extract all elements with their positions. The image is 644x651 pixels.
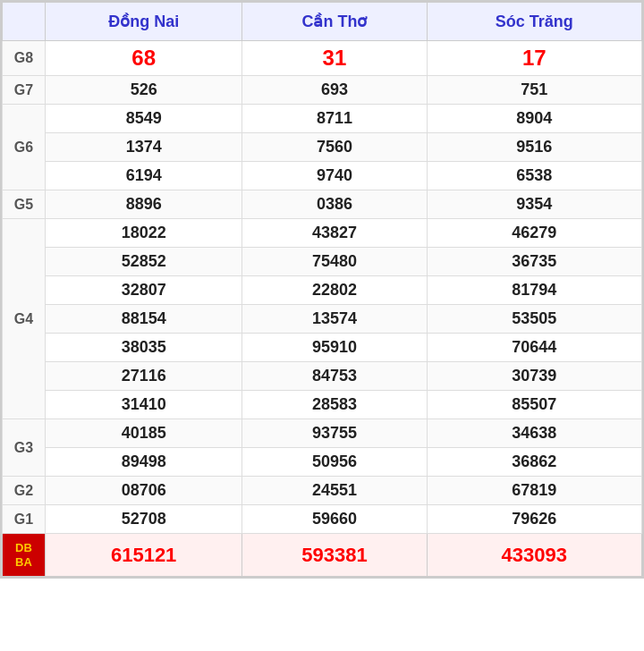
table-cell: 70644 [427, 334, 641, 362]
table-cell: 526 [46, 76, 242, 105]
table-cell: 36735 [427, 248, 641, 276]
header-col2: Cần Thơ [242, 3, 427, 41]
table-cell: 40185 [46, 419, 242, 448]
table-cell: 0386 [242, 190, 427, 219]
table-cell: 27116 [46, 362, 242, 391]
table-cell: 89498 [46, 448, 242, 477]
header-col1: Đồng Nai [46, 3, 242, 41]
table-cell: 67819 [427, 477, 641, 505]
header-col3: Sóc Trăng [427, 3, 641, 41]
row-label-g2: G2 [3, 477, 46, 505]
row-label-g1: G1 [3, 505, 46, 534]
table-cell: 31 [242, 41, 427, 76]
row-label-g8: G8 [3, 41, 46, 76]
table-cell: 31410 [46, 391, 242, 419]
row-label-g6: G6 [3, 105, 46, 190]
table-cell: 79626 [427, 505, 641, 534]
footer-val3: 433093 [427, 534, 641, 577]
table-cell: 93755 [242, 419, 427, 448]
table-cell: 6538 [427, 162, 641, 190]
table-cell: 46279 [427, 219, 641, 248]
row-label-g5: G5 [3, 190, 46, 219]
table-cell: 693 [242, 76, 427, 105]
table-cell: 6194 [46, 162, 242, 190]
table-cell: 52708 [46, 505, 242, 534]
table-cell: 81794 [427, 276, 641, 305]
table-cell: 30739 [427, 362, 641, 391]
lottery-table: Đồng Nai Cần Thơ Sóc Trăng G8683117G7526… [0, 0, 644, 579]
table-cell: 9740 [242, 162, 427, 190]
table-cell: 9516 [427, 133, 641, 162]
table-cell: 38035 [46, 334, 242, 362]
footer-val2: 593381 [242, 534, 427, 577]
table-cell: 7560 [242, 133, 427, 162]
table-cell: 8904 [427, 105, 641, 133]
table-cell: 17 [427, 41, 641, 76]
table-cell: 59660 [242, 505, 427, 534]
table-cell: 84753 [242, 362, 427, 391]
table-cell: 13574 [242, 305, 427, 334]
table-cell: 50956 [242, 448, 427, 477]
table-cell: 32807 [46, 276, 242, 305]
header-empty [3, 3, 46, 41]
footer-logo: DBBA [3, 534, 46, 577]
table-cell: 34638 [427, 419, 641, 448]
table-cell: 08706 [46, 477, 242, 505]
table-cell: 18022 [46, 219, 242, 248]
table-cell: 68 [46, 41, 242, 76]
table-cell: 85507 [427, 391, 641, 419]
table-cell: 95910 [242, 334, 427, 362]
table-cell: 53505 [427, 305, 641, 334]
table-cell: 88154 [46, 305, 242, 334]
table-cell: 52852 [46, 248, 242, 276]
table-cell: 36862 [427, 448, 641, 477]
table-cell: 8896 [46, 190, 242, 219]
table-cell: 8549 [46, 105, 242, 133]
table-cell: 43827 [242, 219, 427, 248]
table-cell: 751 [427, 76, 641, 105]
row-label-g3: G3 [3, 419, 46, 477]
table-cell: 8711 [242, 105, 427, 133]
row-label-g7: G7 [3, 76, 46, 105]
table-cell: 1374 [46, 133, 242, 162]
table-cell: 28583 [242, 391, 427, 419]
table-cell: 9354 [427, 190, 641, 219]
row-label-g4: G4 [3, 219, 46, 419]
footer-val1: 615121 [46, 534, 242, 577]
table-cell: 24551 [242, 477, 427, 505]
table-cell: 22802 [242, 276, 427, 305]
table-cell: 75480 [242, 248, 427, 276]
